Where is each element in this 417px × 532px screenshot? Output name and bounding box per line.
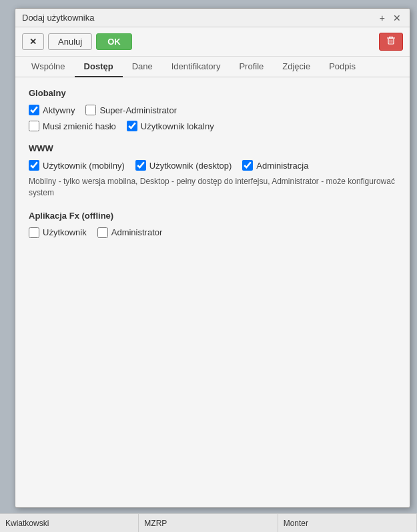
tabs: Wspólne Dostęp Dane Identifikatory Profi… xyxy=(15,57,410,77)
musi-zmienic-checkbox[interactable] xyxy=(29,121,39,131)
tab-wspolne[interactable]: Wspólne xyxy=(22,57,75,77)
content-area: Globalny Aktywny Super-Administrator Mus… xyxy=(15,77,410,507)
globalny-section: Globalny Aktywny Super-Administrator Mus… xyxy=(29,88,396,131)
titlebar-plus-button[interactable]: + xyxy=(378,13,387,23)
uzytkownik-mobilny-checkbox[interactable] xyxy=(29,160,39,171)
svg-rect-0 xyxy=(388,39,394,44)
uzytkownik-desktop-label: Użytkownik (desktop) xyxy=(149,161,232,171)
tab-podpis[interactable]: Podpis xyxy=(320,57,365,77)
toolbar: ✕ Anuluj OK xyxy=(15,27,410,57)
aplikacja-fx-section: Aplikacja Fx (offline) Użytkownik Admini… xyxy=(29,211,396,238)
tab-profile[interactable]: Profile xyxy=(230,57,273,77)
delete-button[interactable] xyxy=(379,33,403,51)
bottom-bar-cell-2: MZRP xyxy=(139,514,278,532)
uzytkownik-lokalny-label: Użytkownik lokalny xyxy=(141,121,214,131)
fx-uzytkownik-checkbox-item: Użytkownik xyxy=(29,227,87,238)
aktywny-label: Aktywny xyxy=(43,105,75,115)
fx-uzytkownik-label: Użytkownik xyxy=(43,227,87,237)
globalny-row2: Musi zmienić hasło Użytkownik lokalny xyxy=(29,121,396,131)
administracja-label: Administracja xyxy=(256,161,308,171)
aktywny-checkbox[interactable] xyxy=(29,105,39,115)
aktywny-checkbox-item: Aktywny xyxy=(29,105,75,115)
fx-administrator-checkbox-item: Administrator xyxy=(97,227,163,238)
aplikacja-fx-title: Aplikacja Fx (offline) xyxy=(29,211,396,221)
www-section: WWW Użytkownik (mobilny) Użytkownik (des… xyxy=(29,143,396,199)
titlebar-buttons: + ✕ xyxy=(378,13,403,23)
super-admin-checkbox-item: Super-Administrator xyxy=(85,105,177,115)
titlebar-close-button[interactable]: ✕ xyxy=(391,13,403,23)
anuluj-button[interactable]: Anuluj xyxy=(48,33,92,50)
add-user-dialog: Dodaj użytkownika + ✕ ✕ Anuluj OK Wspóln… xyxy=(15,8,410,508)
bottom-bar-cell-3: Monter xyxy=(278,514,417,532)
tab-zdjecie[interactable]: Zdjęcie xyxy=(273,57,320,77)
fx-checkboxes: Użytkownik Administrator xyxy=(29,227,396,238)
musi-zmienic-label: Musi zmienić hasło xyxy=(43,121,116,131)
super-admin-label: Super-Administrator xyxy=(99,105,177,115)
tab-dane[interactable]: Dane xyxy=(123,57,162,77)
uzytkownik-lokalny-checkbox[interactable] xyxy=(127,121,137,131)
administracja-checkbox[interactable] xyxy=(242,160,253,171)
administracja-checkbox-item: Administracja xyxy=(242,160,308,171)
tab-identifikatory[interactable]: Identifikatory xyxy=(162,57,230,77)
globalny-title: Globalny xyxy=(29,88,396,98)
x-button[interactable]: ✕ xyxy=(22,33,44,50)
globalny-row1: Aktywny Super-Administrator xyxy=(29,105,396,115)
trash-icon xyxy=(386,36,396,45)
www-checkboxes: Użytkownik (mobilny) Użytkownik (desktop… xyxy=(29,160,396,171)
bottom-bar: Kwiatkowski MZRP Monter xyxy=(0,513,417,532)
tab-dostep[interactable]: Dostęp xyxy=(75,57,123,77)
dialog-titlebar: Dodaj użytkownika + ✕ xyxy=(15,9,410,27)
fx-administrator-label: Administrator xyxy=(111,227,163,237)
uzytkownik-lokalny-checkbox-item: Użytkownik lokalny xyxy=(127,121,214,131)
www-title: WWW xyxy=(29,143,396,153)
uzytkownik-mobilny-label: Użytkownik (mobilny) xyxy=(43,161,125,171)
fx-administrator-checkbox[interactable] xyxy=(97,227,108,238)
uzytkownik-desktop-checkbox[interactable] xyxy=(135,160,146,171)
fx-uzytkownik-checkbox[interactable] xyxy=(29,227,39,238)
uzytkownik-desktop-checkbox-item: Użytkownik (desktop) xyxy=(135,160,232,171)
super-admin-checkbox[interactable] xyxy=(85,105,96,115)
ok-button[interactable]: OK xyxy=(96,33,132,50)
bottom-bar-cell-1: Kwiatkowski xyxy=(0,514,139,532)
uzytkownik-mobilny-checkbox-item: Użytkownik (mobilny) xyxy=(29,160,125,171)
dialog-title: Dodaj użytkownika xyxy=(22,13,94,23)
www-description: Mobilny - tylko wersja mobilna, Desktop … xyxy=(29,176,396,199)
musi-zmienic-checkbox-item: Musi zmienić hasło xyxy=(29,121,116,131)
